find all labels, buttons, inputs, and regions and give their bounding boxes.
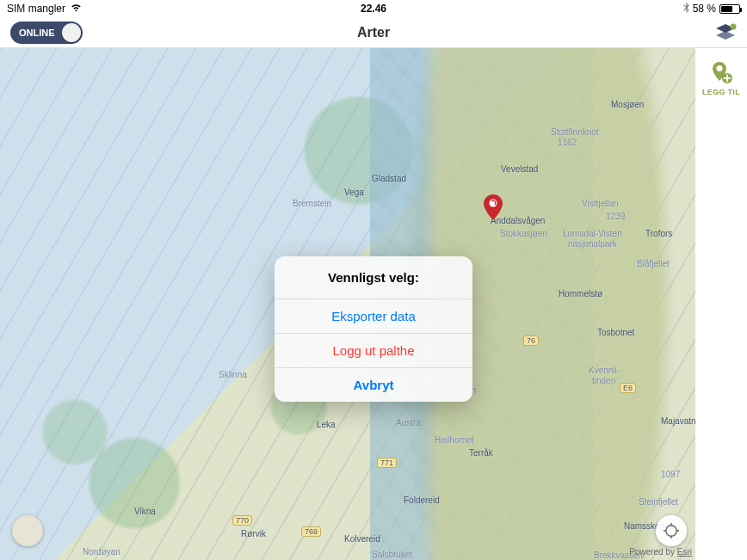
navigation-bar: ONLINE Arter [0, 17, 747, 48]
right-sidebar: LEGG TIL [695, 48, 747, 560]
logout-button[interactable]: Logg ut palthe [275, 334, 472, 368]
layers-icon[interactable] [714, 23, 737, 42]
crosshair-icon [663, 522, 680, 539]
online-toggle-label: ONLINE [19, 28, 55, 38]
battery-icon [719, 4, 740, 14]
cancel-button[interactable]: Avbryt [275, 368, 472, 402]
bluetooth-icon [683, 3, 689, 15]
carrier-label: SIM mangler [7, 3, 65, 15]
add-pin-icon [709, 60, 733, 84]
attribution-brand: Esri [677, 547, 692, 557]
svg-point-2 [716, 65, 722, 71]
battery-percent-label: 58 % [693, 3, 716, 15]
svg-point-0 [731, 23, 737, 29]
add-button-label: LEGG TIL [702, 88, 740, 96]
compass-button[interactable] [12, 515, 43, 546]
clock-label: 22.46 [361, 3, 386, 15]
add-observation-button[interactable]: LEGG TIL [702, 60, 740, 96]
svg-point-4 [666, 526, 676, 536]
locate-button[interactable] [656, 515, 687, 546]
toggle-knob [62, 23, 81, 42]
attribution-prefix: Powered by [629, 547, 677, 557]
action-sheet-dialog: Vennligst velg: Eksporter data Logg ut p… [275, 256, 472, 402]
map-view[interactable]: MosjøenVevelstadStokkasjøenAnddalsvågenG… [0, 48, 747, 560]
ios-status-bar: SIM mangler 22.46 58 % [0, 0, 747, 17]
page-title: Arter [357, 25, 390, 40]
export-data-button[interactable]: Eksporter data [275, 299, 472, 334]
map-attribution: Powered by Esri [629, 547, 692, 557]
map-pin-icon[interactable] [484, 194, 503, 220]
wifi-icon [71, 3, 82, 14]
action-sheet-title: Vennligst velg: [275, 256, 472, 299]
online-toggle[interactable]: ONLINE [10, 22, 83, 44]
